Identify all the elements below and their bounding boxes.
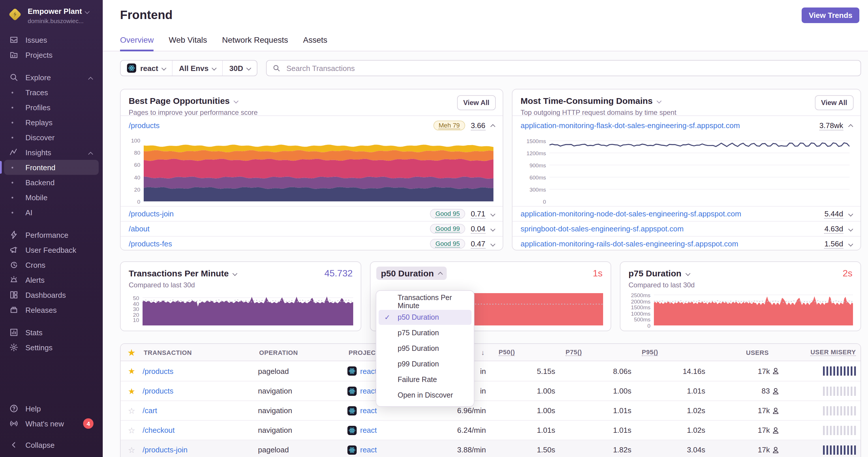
sidebar-item-issues[interactable]: Issues: [0, 32, 103, 47]
sidebar-item-stats[interactable]: Stats: [0, 325, 103, 340]
chevron-down-icon[interactable]: [491, 227, 495, 231]
chevron-up-icon[interactable]: [491, 124, 495, 129]
menu-item-open-in-discover[interactable]: Open in Discover: [379, 388, 471, 403]
opportunity-score[interactable]: 0.47: [471, 239, 485, 249]
sidebar-item-releases[interactable]: Releases: [0, 302, 103, 317]
section-collapse-caret[interactable]: [89, 148, 92, 157]
chevron-down-icon[interactable]: [848, 227, 853, 231]
menu-item-failure-rate[interactable]: Failure Rate: [379, 372, 471, 387]
sidebar-item-profiles[interactable]: Profiles: [0, 100, 103, 115]
menu-item-p95-duration[interactable]: p95 Duration: [379, 341, 471, 356]
sidebar-item-performance[interactable]: Performance: [0, 227, 103, 242]
opportunity-score[interactable]: 3.66: [471, 121, 485, 130]
favorite-star-toggle[interactable]: ☆: [121, 445, 143, 454]
table-row[interactable]: ★/productsnavigationreactin1.00s1.00s1.0…: [121, 381, 861, 400]
best-pages-title-dropdown[interactable]: Best Page Opportunities: [129, 96, 495, 106]
project-filter[interactable]: react: [121, 61, 172, 75]
environment-filter[interactable]: All Envs: [172, 61, 222, 75]
transaction-link[interactable]: /about: [129, 225, 150, 233]
date-range-filter[interactable]: 30D: [222, 61, 257, 75]
sidebar-item-collapse[interactable]: Collapse: [0, 437, 103, 452]
domain-link[interactable]: application-monitoring-flask-dot-sales-e…: [521, 121, 740, 130]
col-users[interactable]: USERS: [705, 349, 783, 356]
col-operation[interactable]: OPERATION: [258, 349, 347, 356]
domain-time-spent[interactable]: 3.78wk: [819, 121, 843, 130]
table-row[interactable]: ☆/checkoutnavigationreact6.24/min1.01s1.…: [121, 420, 861, 440]
sidebar-item-help[interactable]: Help: [0, 401, 103, 416]
col-user-misery[interactable]: USER MISERY: [783, 349, 861, 356]
chevron-up-icon[interactable]: [848, 124, 853, 129]
view-all-button[interactable]: View All: [815, 95, 854, 110]
sidebar-item-replays[interactable]: Replays: [0, 115, 103, 130]
menu-item-p75-duration[interactable]: p75 Duration: [379, 325, 471, 340]
tab-web-vitals[interactable]: Web Vitals: [169, 35, 207, 51]
sidebar-item-frontend[interactable]: Frontend: [0, 160, 103, 175]
web-vitals-score-badge[interactable]: Meh 79: [433, 121, 465, 130]
menu-item-p99-duration[interactable]: p99 Duration: [379, 357, 471, 371]
favorite-star-toggle[interactable]: ☆: [121, 426, 143, 435]
menu-item-p50-duration[interactable]: ✓p50 Duration: [379, 310, 471, 325]
chevron-down-icon[interactable]: [848, 241, 853, 247]
web-vitals-score-badge[interactable]: Good 95: [430, 239, 465, 249]
table-row[interactable]: ☆/cartnavigationreact6.96/min1.00s1.01s1…: [121, 400, 861, 420]
sidebar-item-traces[interactable]: Traces: [0, 85, 103, 100]
transaction-link[interactable]: /products: [143, 387, 174, 395]
metric-card-title-dropdown[interactable]: Transactions Per Minute: [129, 268, 237, 278]
section-collapse-caret[interactable]: [89, 73, 92, 81]
col-transaction[interactable]: TRANSACTION: [143, 349, 258, 356]
web-vitals-score-badge[interactable]: Good 95: [430, 209, 465, 219]
chevron-down-icon[interactable]: [491, 241, 495, 247]
tab-overview[interactable]: Overview: [120, 35, 154, 51]
sidebar-item-projects[interactable]: Projects: [0, 47, 103, 62]
sidebar-item-dashboards[interactable]: Dashboards: [0, 287, 103, 302]
table-row[interactable]: ★/productspageloadreactin5.15s8.06s14.16…: [121, 361, 861, 381]
view-trends-button[interactable]: View Trends: [802, 7, 859, 23]
col-p50[interactable]: P50(): [486, 349, 555, 356]
sidebar-item-alerts[interactable]: Alerts: [0, 272, 103, 287]
sidebar-item-discover[interactable]: Discover: [0, 130, 103, 145]
sidebar-item-explore[interactable]: Explore: [0, 70, 103, 85]
project-link[interactable]: react: [360, 446, 377, 454]
favorite-star-toggle[interactable]: ☆: [121, 406, 143, 415]
col-p75[interactable]: P75(): [555, 349, 631, 356]
opportunity-score[interactable]: 0.71: [471, 209, 485, 219]
domain-time-spent[interactable]: 4.63d: [825, 224, 843, 233]
metric-card-title-dropdown[interactable]: p75 Duration: [628, 268, 689, 278]
opportunity-score[interactable]: 0.04: [471, 224, 485, 233]
favorite-star-toggle[interactable]: ★: [121, 366, 143, 376]
sidebar-item-insights[interactable]: Insights: [0, 145, 103, 160]
transaction-link[interactable]: /products: [143, 367, 174, 376]
domain-time-spent[interactable]: 5.44d: [825, 209, 843, 219]
favorite-star-toggle[interactable]: ★: [121, 386, 143, 396]
view-all-button[interactable]: View All: [457, 95, 496, 110]
domain-link[interactable]: springboot-dot-sales-engineering-sf.apps…: [521, 225, 684, 233]
project-link[interactable]: react: [360, 426, 377, 434]
project-link[interactable]: react: [360, 406, 377, 415]
tab-network-requests[interactable]: Network Requests: [222, 35, 288, 51]
domain-link[interactable]: application-monitoring-node-dot-sales-en…: [521, 209, 741, 218]
project-link[interactable]: react: [360, 387, 377, 395]
sidebar-item-mobile[interactable]: Mobile: [0, 190, 103, 205]
sidebar-item-user-feedback[interactable]: User Feedback: [0, 242, 103, 257]
domains-title-dropdown[interactable]: Most Time-Consuming Domains: [521, 96, 852, 106]
web-vitals-score-badge[interactable]: Good 99: [430, 224, 465, 234]
chevron-down-icon[interactable]: [491, 211, 495, 217]
sidebar-item-backend[interactable]: Backend: [0, 175, 103, 190]
transaction-link[interactable]: /products-join: [143, 446, 188, 454]
transaction-link[interactable]: /checkout: [143, 426, 175, 434]
project-link[interactable]: react: [360, 367, 377, 376]
org-switcher[interactable]: Empower Plant dominik.buszowiec...: [7, 7, 89, 24]
chevron-down-icon[interactable]: [848, 211, 853, 217]
table-row[interactable]: ☆/products-joinpageloadreact3.88/min1.50…: [121, 440, 861, 457]
col-p95[interactable]: P95(): [631, 349, 705, 356]
transaction-link[interactable]: /products-join: [129, 209, 174, 218]
search-input[interactable]: [285, 63, 855, 73]
sidebar-item-settings[interactable]: Settings: [0, 340, 103, 355]
sidebar-item-ai[interactable]: AI: [0, 205, 103, 220]
tab-assets[interactable]: Assets: [303, 35, 327, 51]
domain-link[interactable]: application-monitoring-rails-dot-sales-e…: [521, 239, 738, 248]
transaction-link[interactable]: /products: [129, 121, 160, 130]
favorites-column-header[interactable]: ★: [121, 348, 143, 357]
transaction-link[interactable]: /cart: [143, 406, 157, 415]
transaction-link[interactable]: /products-fes: [129, 239, 172, 248]
